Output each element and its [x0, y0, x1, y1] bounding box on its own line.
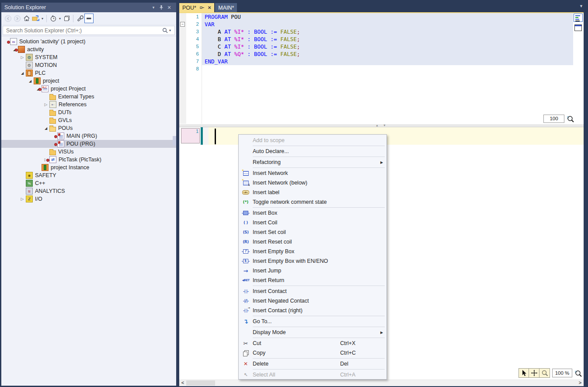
preview-selected-items-icon[interactable] [84, 14, 94, 23]
menu-item-insert-network[interactable]: Insert Network [239, 168, 386, 178]
tree-item-safety[interactable]: SAFETY [1, 171, 176, 179]
menu-item-insert-box[interactable]: Insert Box [239, 208, 386, 218]
pan-tool-icon[interactable] [529, 368, 539, 378]
pin-icon[interactable] [157, 4, 165, 11]
collapsed-arrow-icon[interactable]: ▷ [42, 102, 49, 107]
menu-item-insert-network-below[interactable]: Insert Network (below) [239, 178, 386, 188]
close-icon[interactable]: ✕ [208, 5, 211, 10]
menu-item-toggle-network-comment-state[interactable]: (*)Toggle network comment state [239, 197, 386, 207]
splitter-down-icon[interactable]: ▼ [383, 124, 386, 127]
tree-item-activity[interactable]: ◢activity [1, 45, 176, 53]
tree-item-i-o[interactable]: ▷I/O [1, 195, 176, 203]
search-icon[interactable] [162, 28, 168, 33]
tab-overflow-dropdown-icon[interactable]: ▼ [574, 4, 588, 8]
menu-item-insert-set-coil[interactable]: (S)Insert Set coil [239, 227, 386, 237]
code-line-1[interactable]: PROGRAM POU [202, 13, 573, 21]
expanded-arrow-icon[interactable]: ◢ [19, 71, 26, 75]
tab-pou[interactable]: POU*✕ [179, 3, 214, 12]
network-selection-box[interactable]: 1 [181, 128, 200, 143]
menu-item-insert-reset-coil[interactable]: (R)Insert Reset coil [239, 237, 386, 247]
collapse-all-icon[interactable] [62, 14, 71, 23]
tree-scrollbar-thumb[interactable] [173, 136, 176, 146]
menu-item-go-to[interactable]: ↴Go To... [239, 317, 386, 326]
back-icon[interactable] [3, 14, 13, 23]
history-icon[interactable] [49, 14, 58, 23]
menu-item-auto-declare[interactable]: Auto Declare... [239, 146, 386, 156]
tabular-view-icon[interactable] [574, 24, 582, 31]
menu-item-insert-return[interactable]: ◀RETInsert Return [239, 275, 386, 285]
horizontal-scrollbar[interactable]: < > [179, 380, 584, 386]
menu-item-delete[interactable]: ✕DeleteDel [239, 359, 386, 369]
tree-item-analytics[interactable]: ANALYTICS [1, 187, 176, 195]
expanded-arrow-icon[interactable]: ◢ [42, 126, 49, 130]
menu-item-display-mode[interactable]: Display Mode▶ [239, 328, 386, 337]
ladder-zoom-level[interactable]: 100 % [552, 369, 572, 377]
tree-item-c[interactable]: C++ [1, 179, 176, 187]
tree-item-project-instance[interactable]: project Instance [1, 164, 176, 171]
code-line-6[interactable]: D AT %Q* : BOOL := FALSE; [202, 50, 573, 58]
tree-item-project-project[interactable]: ◢project Project [1, 85, 176, 93]
code-line-2[interactable]: VAR [202, 21, 573, 28]
menu-item-insert-empty-box[interactable]: ?Insert Empty Box [239, 247, 386, 256]
properties-wrench-icon[interactable] [75, 14, 84, 23]
menu-item-insert-jump[interactable]: →Insert Jump [239, 266, 386, 275]
scroll-right-icon[interactable]: > [577, 380, 584, 386]
scrollbar-thumb[interactable] [186, 380, 215, 386]
splitter-up-icon[interactable]: ▲ [376, 124, 379, 127]
tree-item-project[interactable]: ◢project [1, 77, 176, 85]
scroll-left-icon[interactable]: < [179, 380, 186, 386]
code-line-4[interactable]: B AT %I* : BOOL := FALSE; [202, 35, 573, 43]
tree-item-system[interactable]: ▷SYSTEM [1, 53, 176, 61]
forward-icon[interactable] [13, 14, 22, 23]
tree-item-plctask-plctask[interactable]: ▷PlcTask (PlcTask) [1, 156, 176, 164]
tree-item-plc[interactable]: ◢PLC [1, 69, 176, 77]
declaration-code[interactable]: PROGRAM POUVAR A AT %I* : BOOL := FALSE;… [202, 13, 573, 124]
menu-item-cut[interactable]: ✂CutCtrl+X [239, 338, 386, 348]
solution-explorer-titlebar[interactable]: Solution Explorer ▾ ✕ [1, 3, 176, 12]
collapsed-arrow-icon[interactable]: ▷ [19, 197, 26, 201]
search-options-dropdown-icon[interactable]: ▾ [168, 28, 172, 32]
ladder-zoom-icon[interactable] [574, 369, 582, 378]
menu-item-insert-label[interactable]: LBLInsert label [239, 188, 386, 197]
code-line-8[interactable] [202, 65, 573, 73]
menu-item-refactoring[interactable]: Refactoring▶ [239, 157, 386, 167]
close-icon[interactable]: ✕ [165, 4, 173, 11]
home-icon[interactable] [22, 14, 31, 23]
tree-item-pou-prg[interactable]: POU (PRG) [1, 140, 176, 148]
tree-item-motion[interactable]: MOTION [1, 61, 176, 69]
tab-main[interactable]: MAIN* [215, 3, 237, 12]
code-line-7[interactable]: END_VAR [202, 58, 573, 65]
history-dropdown-icon[interactable]: ▾ [58, 17, 62, 21]
tree-item-solution-activity-1-project[interactable]: Solution 'activity' (1 project) [1, 38, 176, 45]
menu-item-insert-coil[interactable]: ( )Insert Coil [239, 218, 386, 227]
tree-item-duts[interactable]: DUTs [1, 108, 176, 116]
declaration-editor[interactable]: − 12345678 PROGRAM POUVAR A AT %I* : BOO… [179, 13, 584, 124]
search-box[interactable]: ▾ [3, 26, 175, 35]
window-position-icon[interactable]: ▾ [150, 4, 157, 11]
tree-item-external-types[interactable]: External Types [1, 93, 176, 101]
tree-item-references[interactable]: ▷References [1, 101, 176, 108]
collapsed-arrow-icon[interactable]: ▷ [19, 55, 26, 59]
code-line-3[interactable]: A AT %I* : BOOL := FALSE; [202, 28, 573, 35]
declaration-zoom-level[interactable]: 100 [543, 115, 564, 123]
pointer-tool-icon[interactable] [518, 368, 529, 378]
search-input[interactable] [5, 27, 162, 34]
expanded-arrow-icon[interactable]: ◢ [27, 79, 34, 83]
pin-icon[interactable] [200, 5, 205, 10]
tree-item-visus[interactable]: VISUs [1, 148, 176, 156]
tree-item-gvls[interactable]: GVLs [1, 116, 176, 124]
sync-dropdown-icon[interactable]: ▾ [40, 17, 45, 21]
menu-item-insert-empty-box-with-en-eno[interactable]: EInsert Empty Box with EN/ENO [239, 256, 386, 266]
sync-with-active-document-icon[interactable] [31, 14, 40, 23]
menu-item-insert-contact-right[interactable]: -| |-Insert Contact (right) [239, 306, 386, 315]
editor-splitter[interactable]: ▲ ▼ [179, 124, 584, 127]
fold-collapse-icon[interactable]: − [180, 22, 185, 27]
ladder-editor[interactable]: 1 100 % < > Add to scopeAuto Declare...R… [179, 127, 584, 380]
declaration-zoom-icon[interactable] [566, 115, 574, 123]
menu-item-insert-negated-contact[interactable]: -|/|-Insert Negated Contact [239, 296, 386, 306]
textual-view-icon[interactable] [574, 14, 583, 22]
menu-item-copy[interactable]: CopyCtrl+C [239, 348, 386, 358]
tree-item-main-prg[interactable]: MAIN (PRG) [1, 132, 176, 140]
tree-item-pous[interactable]: ◢POUs [1, 124, 176, 132]
zoom-select-tool-icon[interactable] [539, 368, 550, 378]
